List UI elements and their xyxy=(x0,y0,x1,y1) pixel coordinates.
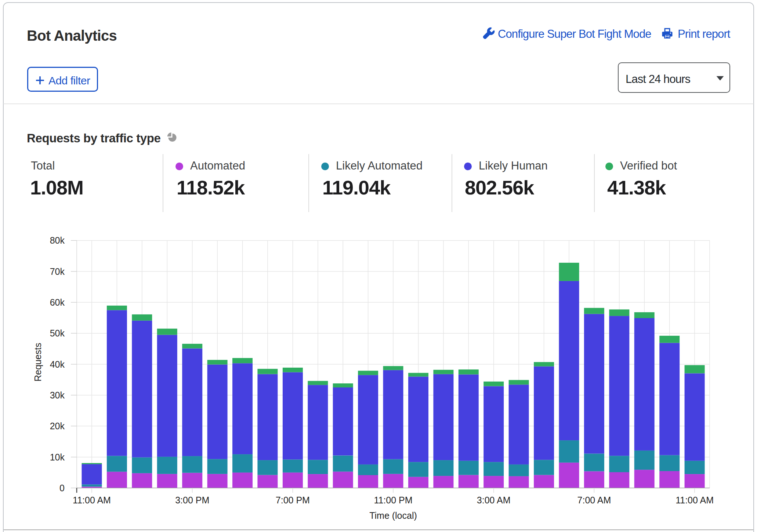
svg-text:60k: 60k xyxy=(50,297,65,307)
svg-text:80k: 80k xyxy=(50,235,65,245)
svg-text:Time (local): Time (local) xyxy=(369,510,417,521)
svg-text:10k: 10k xyxy=(50,452,65,462)
svg-text:3:00 PM: 3:00 PM xyxy=(175,495,209,505)
svg-text:11:00 PM: 11:00 PM xyxy=(374,495,412,505)
svg-text:70k: 70k xyxy=(50,266,65,277)
svg-text:40k: 40k xyxy=(50,359,65,369)
svg-text:7:00 AM: 7:00 AM xyxy=(577,495,611,505)
svg-text:Requests: Requests xyxy=(33,343,43,382)
svg-text:0: 0 xyxy=(59,483,65,493)
svg-text:11:00 AM: 11:00 AM xyxy=(73,495,111,505)
svg-text:30k: 30k xyxy=(50,390,65,400)
svg-text:11:00 AM: 11:00 AM xyxy=(675,495,714,505)
svg-text:7:00 PM: 7:00 PM xyxy=(276,495,310,505)
svg-text:3:00 AM: 3:00 AM xyxy=(477,495,511,505)
svg-text:50k: 50k xyxy=(50,328,65,338)
svg-text:20k: 20k xyxy=(50,421,65,431)
